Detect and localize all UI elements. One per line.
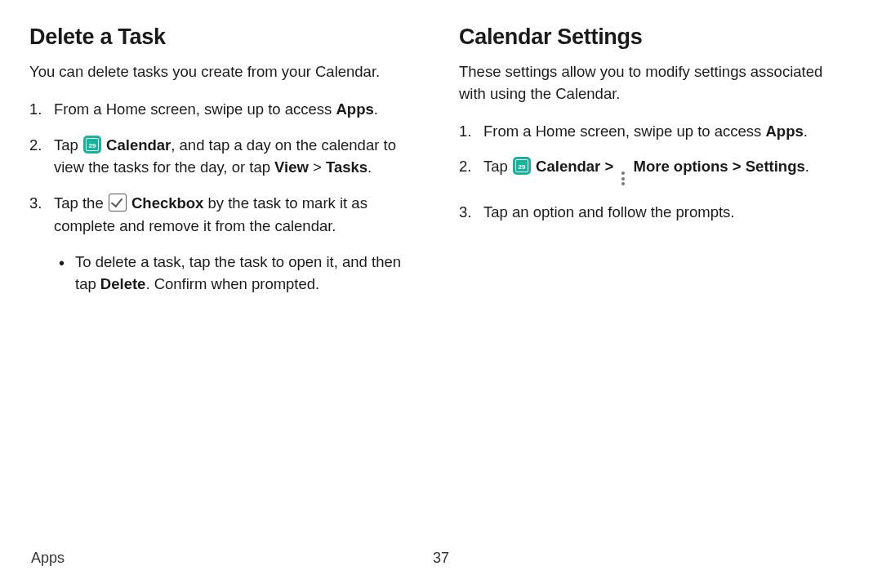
bold-text: Apps: [336, 100, 373, 118]
text: . Confirm when prompted.: [145, 275, 319, 292]
bold-text: Tasks: [326, 158, 368, 176]
bold-text: Calendar: [106, 136, 171, 154]
text: >: [728, 158, 746, 175]
text: Tap: [54, 136, 82, 154]
steps-list: From a Home screen, swipe up to access A…: [29, 98, 423, 296]
step-item: Tap Calendar, and tap a day on the calen…: [29, 134, 423, 180]
text: .: [804, 122, 808, 140]
bold-text: Settings: [746, 158, 805, 175]
step-item: From a Home screen, swipe up to access A…: [459, 120, 853, 143]
step-item: From a Home screen, swipe up to access A…: [29, 98, 423, 121]
calendar-icon: [83, 136, 101, 154]
content-columns: Delete a Task You can delete tasks you c…: [29, 24, 853, 550]
page-number: 37: [433, 550, 449, 567]
text: .: [374, 100, 378, 118]
bullet-item: To delete a task, tap the task to open i…: [54, 251, 423, 296]
footer: Apps 37: [29, 550, 853, 572]
text: >: [309, 158, 326, 176]
text: From a Home screen, swipe up to access: [483, 122, 765, 140]
bold-text: Checkbox: [131, 194, 203, 212]
step-item: Tap the Checkbox by the task to mark it …: [29, 192, 423, 296]
text: .: [805, 158, 809, 175]
footer-section: Apps: [31, 550, 65, 567]
intro-text: These settings allow you to modify setti…: [459, 61, 853, 105]
bold-text: More options: [634, 158, 728, 175]
left-column: Delete a Task You can delete tasks you c…: [29, 24, 423, 550]
bold-text: View: [274, 158, 309, 176]
bold-text: Apps: [765, 122, 803, 140]
text: From a Home screen, swipe up to access: [54, 100, 336, 118]
right-column: Calendar Settings These settings allow y…: [459, 24, 853, 550]
checkbox-icon: [109, 194, 127, 212]
bold-text: Calendar: [536, 158, 600, 175]
sub-bullet-list: To delete a task, tap the task to open i…: [54, 251, 423, 296]
calendar-icon: [513, 157, 531, 175]
text: .: [368, 158, 372, 176]
text: Tap an option and follow the prompts.: [483, 203, 735, 220]
step-item: Tap Calendar > More options > Settings.: [459, 155, 853, 188]
heading-calendar-settings: Calendar Settings: [459, 24, 853, 50]
heading-delete-task: Delete a Task: [29, 24, 423, 50]
more-options-icon: [617, 170, 629, 188]
text: >: [600, 158, 617, 175]
text: Tap the: [54, 194, 108, 212]
text: Tap: [483, 158, 512, 175]
step-item: Tap an option and follow the prompts.: [459, 201, 853, 224]
intro-text: You can delete tasks you create from you…: [29, 61, 423, 83]
bold-text: Delete: [100, 275, 146, 292]
steps-list: From a Home screen, swipe up to access A…: [459, 120, 853, 224]
